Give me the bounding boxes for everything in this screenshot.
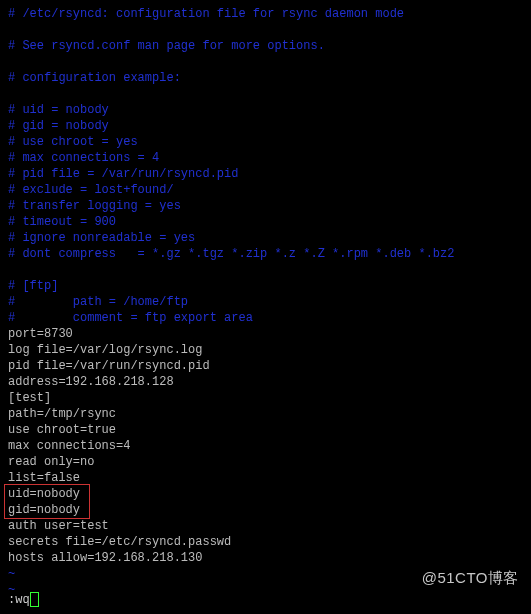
config-path: path=/tmp/rsync — [8, 406, 523, 422]
config-address: address=192.168.218.128 — [8, 374, 523, 390]
comment-line: # max connections = 4 — [8, 150, 523, 166]
comment-line: # See rsyncd.conf man page for more opti… — [8, 38, 523, 54]
config-port: port=8730 — [8, 326, 523, 342]
comment-line: # pid file = /var/run/rsyncd.pid — [8, 166, 523, 182]
blank-line — [8, 54, 523, 70]
comment-line: # configuration example: — [8, 70, 523, 86]
command-text: :wq — [8, 593, 30, 607]
config-hosts-allow: hosts allow=192.168.218.130 — [8, 550, 523, 566]
config-secrets-file: secrets file=/etc/rsyncd.passwd — [8, 534, 523, 550]
config-max-connections: max connections=4 — [8, 438, 523, 454]
comment-line: # exclude = lost+found/ — [8, 182, 523, 198]
comment-line: # uid = nobody — [8, 102, 523, 118]
blank-line — [8, 86, 523, 102]
comment-line: # use chroot = yes — [8, 134, 523, 150]
comment-line: # [ftp] — [8, 278, 523, 294]
cursor-icon — [30, 592, 39, 607]
comment-line: # /etc/rsyncd: configuration file for rs… — [8, 6, 523, 22]
blank-line — [8, 22, 523, 38]
config-pid-file: pid file=/var/run/rsyncd.pid — [8, 358, 523, 374]
config-gid: gid=nobody — [8, 502, 523, 518]
comment-line: # comment = ftp export area — [8, 310, 523, 326]
watermark-text: @51CTO博客 — [422, 570, 519, 586]
config-list: list=false — [8, 470, 523, 486]
comment-line: # timeout = 900 — [8, 214, 523, 230]
blank-line — [8, 262, 523, 278]
editor-content[interactable]: # /etc/rsyncd: configuration file for rs… — [8, 6, 523, 598]
comment-line: # transfer logging = yes — [8, 198, 523, 214]
comment-line: # gid = nobody — [8, 118, 523, 134]
config-use-chroot: use chroot=true — [8, 422, 523, 438]
config-read-only: read only=no — [8, 454, 523, 470]
vim-command-line[interactable]: :wq — [8, 592, 39, 608]
config-uid: uid=nobody — [8, 486, 523, 502]
config-auth-user: auth user=test — [8, 518, 523, 534]
comment-line: # dont compress = *.gz *.tgz *.zip *.z *… — [8, 246, 523, 262]
config-section: [test] — [8, 390, 523, 406]
config-log-file: log file=/var/log/rsync.log — [8, 342, 523, 358]
comment-line: # path = /home/ftp — [8, 294, 523, 310]
comment-line: # ignore nonreadable = yes — [8, 230, 523, 246]
